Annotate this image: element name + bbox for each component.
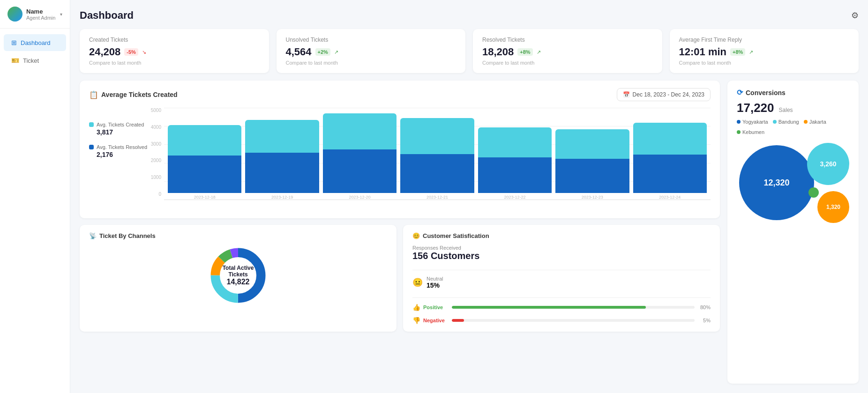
neutral-section: 😐 Neutral 15% — [412, 276, 711, 289]
label-yogyakarta: Yogyakarta — [742, 119, 768, 125]
bubble-val-jakarta: 1,320 — [826, 204, 840, 210]
csat-icon: 😊 — [412, 232, 420, 239]
lower-row: 📡 Ticket By Channels — [80, 225, 720, 332]
donut-wrapper: Total Active Tickets 14,822 — [201, 245, 276, 306]
bar-col-4: 2023-12-21 — [400, 118, 474, 200]
trend-arrow: ↘ — [142, 49, 146, 55]
thumbs-up-icon: 👍 — [412, 304, 420, 311]
conversion-card: ⟳ Conversions 17,220 Sales Yogyakarta Ba… — [727, 81, 859, 384]
user-info: Name Agent Admin — [26, 8, 58, 21]
stats-row: Created Tickets 24,208 -5% ↘ Compare to … — [80, 29, 859, 73]
legend-bandung: Bandung — [773, 119, 799, 125]
trend-arrow: ↗ — [749, 49, 753, 55]
negative-label: Negative — [423, 318, 449, 323]
ticket-channels-card: 📡 Ticket By Channels — [80, 225, 397, 332]
bar-label-3: 2023-12-20 — [349, 195, 371, 200]
trend-arrow: ↗ — [334, 49, 338, 55]
positive-bar-bg — [452, 306, 695, 309]
negative-bar-bg — [452, 319, 695, 322]
bar-label-6: 2023-12-23 — [582, 195, 603, 200]
bar-top-6 — [555, 129, 629, 159]
ticket-channels-title: 📡 Ticket By Channels — [89, 232, 387, 239]
dot-bandung — [773, 120, 777, 124]
stat-label: Average First Time Reply — [679, 37, 850, 43]
negative-bar-fill — [452, 319, 464, 322]
neutral-label: Neutral — [427, 276, 443, 282]
csat-section: Responses Received 156 Customers 😐 Neutr… — [412, 245, 711, 324]
chart-area: 2023-12-18 2023-12-19 — [164, 108, 711, 200]
sidebar-item-label: Dashboard — [21, 39, 51, 46]
conversion-legend: Yogyakarta Bandung Jakarta Kebumen — [737, 119, 849, 135]
ticket-icon: 🎫 — [11, 57, 19, 64]
bar-bottom-1 — [168, 156, 241, 193]
conversion-title-text: Conversions — [746, 89, 786, 96]
label-jakarta: Jakarta — [809, 119, 826, 125]
stat-value-row: 12:01 min +8% ↗ — [679, 46, 850, 58]
page-title: Dashboard — [80, 9, 134, 22]
donut-total-value: 14,822 — [219, 278, 257, 286]
settings-icon[interactable]: ⚙ — [851, 10, 859, 21]
bar-bottom-7 — [633, 155, 707, 193]
stat-value-row: 4,564 +2% ↗ — [286, 46, 456, 58]
y-label: 3000 — [151, 141, 161, 147]
conversion-icon: ⟳ — [737, 88, 743, 97]
stat-value: 18,208 — [482, 46, 514, 58]
right-panel: ⟳ Conversions 17,220 Sales Yogyakarta Ba… — [727, 81, 859, 384]
bar-bottom-3 — [323, 149, 397, 193]
label-kebumen: Kebumen — [742, 129, 764, 135]
bar-bottom-2 — [245, 153, 319, 193]
legend-yogyakarta: Yogyakarta — [737, 119, 768, 125]
stat-card-created: Created Tickets 24,208 -5% ↘ Compare to … — [80, 29, 269, 73]
legend-item-resolved: Avg. Tickets Resolved 2,176 — [89, 144, 147, 158]
stat-label: Resolved Tickets — [482, 37, 653, 43]
bars-container: 2023-12-18 2023-12-19 — [164, 108, 711, 200]
y-label: 0 — [158, 192, 161, 197]
stat-compare: Compare to last month — [89, 60, 260, 66]
date-picker[interactable]: 📅 Dec 18, 2023 - Dec 24, 2023 — [617, 88, 711, 101]
bar-top-2 — [245, 120, 319, 153]
chart-title-text: Average Tickets Created — [101, 91, 178, 98]
donut-total-label: Total Active Tickets — [219, 265, 257, 278]
channels-icon: 📡 — [89, 232, 97, 239]
y-label: 4000 — [151, 125, 161, 130]
legend-value-created: 3,817 — [97, 128, 147, 136]
legend-label-resolved: Avg. Tickets Resolved — [97, 144, 147, 150]
avatar — [7, 7, 22, 22]
top-bar-right: ⚙ — [851, 10, 859, 21]
responses-value: 156 Customers — [412, 251, 711, 261]
neutral-info: Neutral 15% — [427, 276, 443, 289]
bubble-kebumen — [808, 187, 819, 198]
bar-bottom-5 — [478, 157, 552, 193]
stat-compare: Compare to last month — [482, 60, 653, 66]
bubble-jakarta: 1,320 — [817, 191, 849, 223]
sidebar-item-dashboard[interactable]: ⊞ Dashboard — [4, 34, 66, 51]
y-label: 1000 — [151, 175, 161, 180]
sidebar-item-ticket[interactable]: 🎫 Ticket — [4, 52, 66, 69]
neutral-value: 15% — [427, 282, 443, 289]
bar-col-6: 2023-12-23 — [555, 129, 629, 200]
stat-badge: -5% — [124, 48, 138, 56]
user-profile[interactable]: Name Agent Admin ▾ — [0, 0, 70, 29]
csat-title: 😊 Customer Satisfication — [412, 232, 711, 239]
calendar-icon: 📅 — [623, 91, 630, 98]
divider — [412, 270, 711, 270]
dot-kebumen — [737, 130, 741, 134]
trend-arrow: ↗ — [537, 49, 541, 55]
legend-kebumen: Kebumen — [737, 129, 764, 135]
positive-label: Positive — [423, 304, 449, 310]
legend-value-resolved: 2,176 — [97, 151, 147, 158]
sentiment-negative: 👎 Negative 5% — [412, 317, 711, 324]
stat-value: 24,208 — [89, 46, 120, 58]
stat-card-resolved: Resolved Tickets 18,208 +8% ↗ Compare to… — [473, 29, 662, 73]
bubble-val-bandung: 3,260 — [820, 160, 836, 168]
bubble-yogyakarta: 12,320 — [739, 145, 814, 220]
legend-label-created: Avg. Tickets Created — [97, 122, 144, 127]
date-range-text: Dec 18, 2023 - Dec 24, 2023 — [633, 91, 704, 98]
legend-dot-resolved — [89, 145, 94, 149]
conversion-value: 17,220 — [737, 101, 774, 115]
channels-title-text: Ticket By Channels — [99, 232, 156, 239]
legend-dot-created — [89, 122, 94, 127]
stat-card-reply-time: Average First Time Reply 12:01 min +8% ↗… — [670, 29, 859, 73]
donut-section: Total Active Tickets 14,822 — [89, 245, 387, 306]
bubble-bandung: 3,260 — [807, 143, 849, 185]
